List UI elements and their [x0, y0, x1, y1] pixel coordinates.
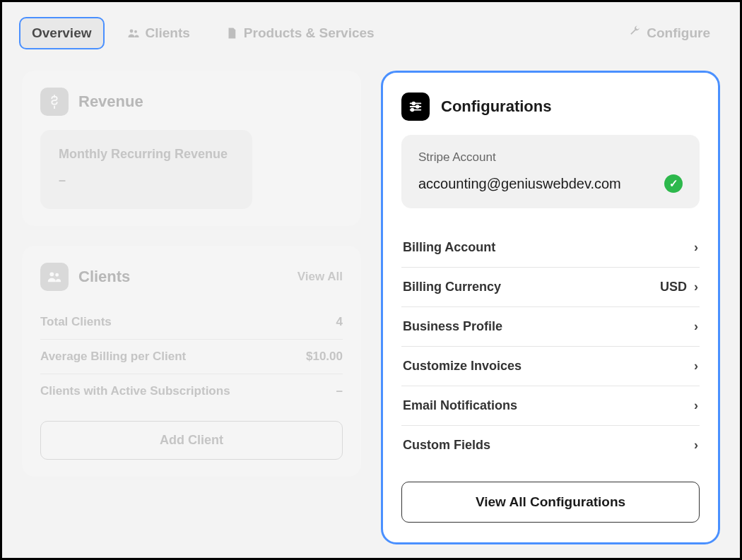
mrr-box: Monthly Recurring Revenue – [40, 130, 252, 209]
chevron-right-icon: › [694, 240, 698, 255]
config-item-label: Customize Invoices [403, 359, 522, 374]
tabs-bar: Overview Clients Products & Services Con… [2, 2, 740, 56]
svg-point-7 [416, 105, 419, 108]
config-item-label: Custom Fields [403, 438, 490, 453]
clients-view-all[interactable]: View All [298, 270, 343, 284]
tab-clients[interactable]: Clients [114, 17, 203, 49]
tab-overview-label: Overview [32, 25, 92, 41]
stat-label: Clients with Active Subscriptions [40, 384, 230, 398]
config-item-value: USD [660, 280, 687, 294]
config-item-billing-account[interactable]: Billing Account › [401, 228, 700, 268]
stat-value: $10.00 [306, 350, 343, 364]
config-item-email-notifications[interactable]: Email Notifications › [401, 386, 700, 426]
svg-point-2 [49, 273, 54, 277]
chevron-right-icon: › [694, 319, 698, 334]
stat-label: Average Billing per Client [40, 350, 186, 364]
config-item-label: Business Profile [403, 319, 502, 334]
stat-value: 4 [336, 315, 343, 329]
mrr-value: – [59, 173, 234, 188]
document-icon [225, 27, 238, 40]
config-item-label: Email Notifications [403, 398, 517, 413]
stripe-label: Stripe Account [418, 150, 683, 165]
stat-row: Average Billing per Client $10.00 [40, 340, 343, 374]
check-icon: ✓ [664, 174, 683, 193]
clients-card: Clients View All Total Clients 4 Average… [22, 246, 361, 477]
people-icon [127, 27, 140, 40]
svg-point-1 [134, 30, 137, 32]
config-item-customize-invoices[interactable]: Customize Invoices › [401, 347, 700, 386]
sliders-icon [401, 93, 430, 121]
add-client-button[interactable]: Add Client [40, 421, 343, 460]
configurations-title: Configurations [441, 97, 551, 116]
svg-point-9 [411, 109, 414, 112]
mrr-label: Monthly Recurring Revenue [59, 145, 234, 163]
people-icon [40, 263, 69, 291]
stat-value: – [336, 384, 343, 398]
clients-title: Clients [78, 268, 130, 286]
configurations-card: Configurations Stripe Account accounting… [381, 71, 720, 544]
chevron-right-icon: › [694, 438, 698, 453]
chevron-right-icon: › [694, 280, 698, 294]
tab-overview[interactable]: Overview [19, 17, 105, 49]
config-item-business-profile[interactable]: Business Profile › [401, 307, 700, 347]
svg-point-5 [412, 102, 415, 105]
configure-button[interactable]: Configure [616, 16, 723, 49]
config-item-custom-fields[interactable]: Custom Fields › [401, 426, 700, 465]
svg-point-0 [129, 29, 133, 32]
chevron-right-icon: › [694, 398, 698, 413]
revenue-card: Revenue Monthly Recurring Revenue – [22, 71, 361, 226]
config-item-label: Billing Currency [403, 280, 501, 294]
config-item-billing-currency[interactable]: Billing Currency USD › [401, 268, 700, 307]
chevron-right-icon: › [694, 359, 698, 374]
view-all-configurations-button[interactable]: View All Configurations [401, 482, 700, 523]
dollar-icon [40, 88, 69, 116]
stripe-email: accounting@geniuswebdev.com [418, 176, 621, 192]
stat-row: Total Clients 4 [40, 305, 343, 340]
tab-products[interactable]: Products & Services [213, 17, 387, 49]
wrench-icon [628, 25, 641, 41]
tab-products-label: Products & Services [244, 25, 375, 41]
stripe-account-box: Stripe Account accounting@geniuswebdev.c… [401, 135, 700, 208]
svg-point-3 [55, 273, 59, 277]
revenue-title: Revenue [78, 93, 143, 111]
tab-clients-label: Clients [146, 25, 190, 41]
configure-label: Configure [647, 25, 710, 41]
config-item-label: Billing Account [403, 240, 495, 255]
stat-row: Clients with Active Subscriptions – [40, 374, 343, 408]
stat-label: Total Clients [40, 315, 112, 329]
